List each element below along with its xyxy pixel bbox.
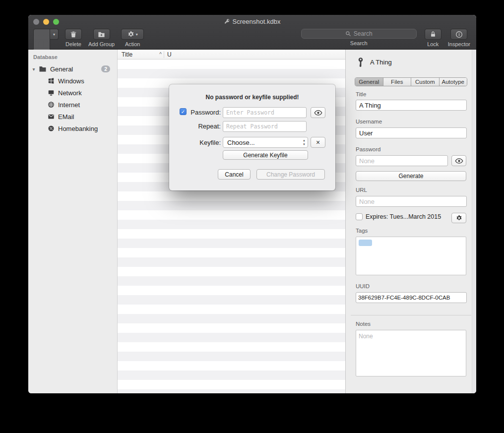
column-header-title[interactable]: Title ^ [118, 51, 164, 58]
info-icon [455, 31, 463, 38]
inspector-divider [351, 315, 471, 315]
dialog-repeat-label: Repeat: [188, 123, 221, 130]
username-field[interactable] [356, 127, 467, 138]
password-checkbox[interactable]: ✓ [180, 108, 187, 115]
action-button[interactable]: ▾ [121, 29, 144, 40]
dialog-password-label: Password: [188, 109, 221, 116]
dialog-password-input[interactable] [223, 107, 307, 118]
app-icon [224, 18, 230, 24]
reveal-password-button[interactable] [451, 155, 466, 166]
generate-keyfile-button[interactable]: Generate Keyfile [223, 150, 308, 160]
homebanking-icon [48, 125, 55, 132]
gear-icon [127, 31, 134, 38]
password-field[interactable] [356, 155, 448, 166]
add-entry-dropdown-button[interactable]: ▾ [50, 29, 59, 40]
gear-icon [456, 215, 462, 221]
column-header-username[interactable]: U [164, 51, 172, 58]
keyfile-clear-button[interactable]: × [311, 137, 325, 148]
minimize-button[interactable] [43, 19, 49, 25]
entry-header: A Thing [356, 57, 466, 67]
eye-icon [314, 110, 322, 116]
globe-icon [48, 101, 55, 108]
sidebar-group-general[interactable]: ▾ General 2 [28, 63, 117, 75]
notes-box[interactable]: None [356, 330, 466, 376]
change-password-dialog: No password or keyfile supplied! ✓ Passw… [169, 84, 335, 190]
entry-count-badge: 2 [101, 65, 110, 72]
sidebar: Database ▾ General 2 Windows Network [28, 50, 118, 393]
lock-icon [430, 31, 437, 38]
close-button[interactable] [33, 19, 39, 25]
sidebar-item-windows[interactable]: Windows [28, 75, 117, 87]
generate-password-button[interactable]: Generate [356, 171, 466, 181]
chevron-down-icon: ▾ [136, 32, 138, 37]
folder-plus-icon [98, 31, 105, 38]
inspector-button[interactable] [450, 29, 467, 40]
envelope-icon [48, 113, 55, 120]
inspector-panel: A Thing General Files Custom Autotype Ti… [345, 50, 476, 393]
uuid-label: UUID [356, 283, 466, 289]
username-field-label: Username [356, 119, 466, 124]
password-field-label: Password [356, 146, 466, 152]
tab-general[interactable]: General [355, 78, 383, 86]
toolbar-search: Search Search [301, 29, 417, 46]
add-group-button[interactable] [93, 29, 110, 40]
title-field[interactable] [356, 100, 467, 111]
windows-icon [48, 77, 55, 84]
tab-files[interactable]: Files [383, 78, 412, 86]
tab-autotype[interactable]: Autotype [440, 78, 467, 86]
cancel-button[interactable]: Cancel [218, 169, 251, 180]
chevron-down-icon: ▾ [53, 32, 55, 37]
expires-row: Expires: Tues...March 2015 [356, 213, 466, 220]
clear-icon: × [316, 138, 320, 146]
action-label: Action [125, 41, 140, 47]
keyfile-dropdown[interactable]: Choose... ▲▼ [223, 137, 308, 148]
stepper-icon: ▲▼ [303, 138, 306, 146]
table-header: Title ^ U [118, 50, 345, 60]
delete-label: Delete [65, 41, 81, 47]
disclosure-triangle-icon[interactable]: ▾ [30, 66, 37, 72]
folder-icon [39, 65, 47, 73]
url-field-label: URL [356, 187, 466, 193]
search-placeholder: Search [354, 30, 373, 37]
zoom-button[interactable] [53, 19, 59, 25]
search-label: Search [350, 40, 368, 46]
tags-box[interactable] [356, 237, 466, 275]
notes-label: Notes [356, 321, 466, 327]
toolbar-delete: Delete [65, 29, 82, 47]
dialog-repeat-input[interactable] [223, 121, 307, 132]
delete-button[interactable] [65, 29, 82, 40]
sidebar-item-homebanking[interactable]: Homebanking [28, 123, 117, 134]
expires-checkbox[interactable] [356, 213, 363, 220]
notes-placeholder: None [359, 333, 373, 340]
sidebar-item-email[interactable]: EMail [28, 111, 117, 123]
titlebar: Screenshot.kdbx [28, 15, 476, 28]
sidebar-item-network[interactable]: Network [28, 87, 117, 99]
url-field[interactable] [356, 196, 467, 207]
title-field-label: Title [356, 91, 466, 97]
dialog-reveal-password-button[interactable] [311, 107, 325, 118]
app-window: Screenshot.kdbx ▾ Add Entry [28, 15, 476, 393]
lock-label: Lock [427, 41, 439, 47]
toolbar-lock: Lock [425, 29, 441, 47]
sidebar-item-internet[interactable]: Internet [28, 99, 117, 111]
inspector-label: Inspector [448, 41, 470, 47]
uuid-field[interactable] [356, 292, 467, 303]
toolbar-add-group: Add Group [88, 29, 115, 47]
sidebar-header: Database [28, 54, 117, 60]
expires-settings-button[interactable] [451, 213, 466, 223]
add-group-label: Add Group [88, 41, 115, 47]
search-icon [345, 31, 351, 37]
inspector-scrollbar[interactable] [472, 50, 476, 393]
key-icon [356, 57, 366, 67]
tag-chip[interactable] [359, 240, 372, 246]
inspector-tabs: General Files Custom Autotype [355, 77, 467, 86]
lock-button[interactable] [425, 29, 441, 40]
traffic-lights [33, 19, 59, 25]
change-password-button[interactable]: Change Password [256, 169, 325, 180]
toolbar-inspector: Inspector [448, 29, 470, 47]
search-input[interactable]: Search [301, 29, 417, 39]
dialog-keyfile-label: Keyfile: [188, 139, 221, 146]
check-icon: ✓ [181, 109, 185, 115]
tab-custom[interactable]: Custom [411, 78, 440, 86]
expires-label: Expires: Tues...March 2015 [366, 213, 441, 220]
